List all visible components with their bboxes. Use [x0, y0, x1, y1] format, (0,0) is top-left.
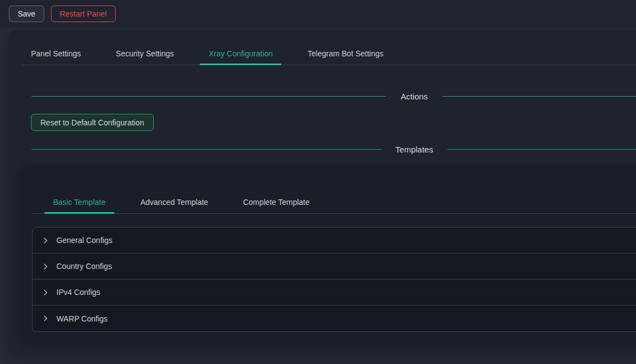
chevron-right-icon	[42, 315, 49, 322]
divider-line-left	[32, 149, 381, 150]
collapse-country-configs[interactable]: Country Configs	[33, 254, 636, 279]
active-tab-indicator	[200, 64, 281, 65]
save-button[interactable]: Save	[9, 6, 44, 22]
collapse-general-configs[interactable]: General Configs	[33, 228, 636, 254]
config-collapse-list: General Configs Country Configs IPv4 Con…	[32, 227, 636, 332]
template-tabbar: Basic Template Advanced Template Complet…	[32, 165, 636, 214]
divider-line-left	[32, 96, 386, 97]
chevron-right-icon	[42, 289, 49, 296]
chevron-right-icon	[42, 237, 49, 244]
tab-basic-template[interactable]: Basic Template	[44, 191, 114, 213]
collapse-warp-configs[interactable]: WARP Configs	[33, 305, 636, 331]
tab-telegram-bot-settings[interactable]: Telegram Bot Settings	[299, 43, 392, 65]
tab-panel-settings[interactable]: Panel Settings	[22, 43, 90, 65]
collapse-label: General Configs	[56, 236, 112, 245]
templates-section-divider: Templates	[32, 144, 636, 155]
actions-section-divider: Actions	[32, 91, 636, 102]
reset-default-config-button[interactable]: Reset to Default Configuration	[31, 114, 154, 131]
templates-section-title: Templates	[395, 145, 433, 154]
restart-panel-button[interactable]: Restart Panel	[51, 6, 116, 22]
tab-basic-template-label: Basic Template	[53, 198, 106, 207]
collapse-label: IPv4 Configs	[56, 288, 100, 297]
collapse-label: WARP Configs	[56, 314, 108, 323]
tab-xray-configuration-label: Xray Configuration	[208, 49, 273, 58]
settings-tabbar: Panel Settings Security Settings Xray Co…	[22, 30, 636, 65]
templates-card: Basic Template Advanced Template Complet…	[20, 165, 636, 343]
tab-security-settings[interactable]: Security Settings	[107, 43, 183, 65]
tab-advanced-template[interactable]: Advanced Template	[132, 191, 217, 213]
divider-line-right	[447, 149, 636, 150]
actions-section-title: Actions	[400, 92, 428, 101]
chevron-right-icon	[42, 263, 49, 270]
top-action-bar: Save Restart Panel	[0, 0, 636, 28]
settings-card: Panel Settings Security Settings Xray Co…	[8, 30, 636, 354]
tab-complete-template[interactable]: Complete Template	[234, 191, 318, 213]
tab-xray-configuration[interactable]: Xray Configuration	[200, 43, 281, 65]
collapse-label: Country Configs	[56, 262, 112, 271]
collapse-ipv4-configs[interactable]: IPv4 Configs	[33, 279, 636, 305]
active-tab-indicator	[44, 212, 114, 214]
divider-line-right	[442, 96, 636, 97]
